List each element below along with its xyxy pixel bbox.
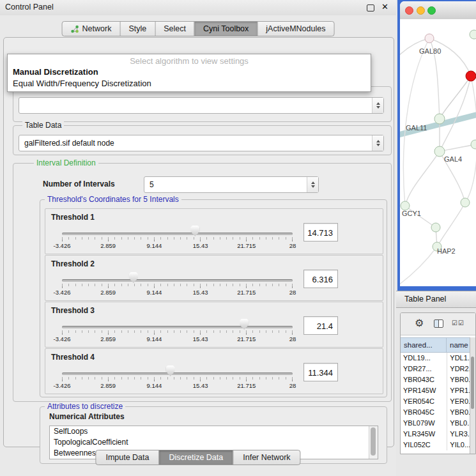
network-canvas[interactable]	[400, 19, 476, 286]
scale-label: 21.715	[237, 242, 256, 249]
threshold-4-label: Threshold 4	[51, 353, 95, 362]
threshold-3-value-field[interactable]: 21.4	[303, 316, 338, 335]
tab-impute-data[interactable]: Impute Data	[96, 450, 158, 464]
close-icon[interactable]: ✕	[381, 2, 388, 12]
cyni-toolbox-panel: Discretization Algorithm Table Data galF…	[3, 37, 394, 447]
node-label-gcy1[interactable]: GCY1	[402, 210, 421, 217]
scale-label: 28	[289, 382, 296, 389]
control-panel-window: Control Panel ✕ Network Style Select	[0, 0, 396, 476]
threshold-panel-1: Threshold 1 -3.426 2.859 9.144 15.43 21.…	[45, 208, 383, 254]
close-traffic-light-icon[interactable]	[405, 6, 413, 15]
scale-label: 9.144	[147, 242, 162, 249]
cell: YBL0...	[447, 418, 472, 429]
list-item[interactable]: SelfLoops	[50, 426, 378, 437]
number-of-intervals-stepper-icon[interactable]	[307, 177, 318, 192]
algorithm-popup-menu: Select algorithm to view settings Manual…	[7, 54, 371, 92]
table-row[interactable]: YDL19...YDL1...	[401, 353, 472, 364]
scale-label: -3.426	[54, 289, 71, 296]
table-panel-title: Table Panel	[404, 295, 446, 303]
table-row[interactable]: YIL052CYIL0...	[401, 440, 472, 450]
threshold-4-value-field[interactable]: 11.344	[303, 363, 338, 381]
list-scrollbar-thumb[interactable]	[371, 427, 376, 456]
network-window-titlebar	[400, 1, 476, 20]
table-scrollbar-thumb[interactable]	[471, 357, 474, 409]
list-item[interactable]: TopologicalCoefficient	[50, 437, 378, 448]
node-label-hap2[interactable]: HAP2	[437, 247, 456, 255]
cell: YDR2...	[447, 364, 472, 374]
zoom-traffic-light-icon[interactable]	[427, 6, 436, 15]
minimize-traffic-light-icon[interactable]	[417, 6, 425, 15]
threshold-panel-3: Threshold 3 -3.426 2.859 9.144 15.43 21.…	[45, 302, 383, 348]
table-data-select-stepper-icon[interactable]	[372, 135, 383, 151]
threshold-1-label: Threshold 1	[51, 213, 95, 222]
tab-style-label: Style	[128, 24, 146, 33]
list-scrollbar[interactable]	[369, 426, 378, 459]
cell: YBL079W	[401, 418, 447, 429]
algorithm-select-stepper-icon[interactable]	[372, 98, 383, 113]
threshold-1-value-field[interactable]: 14.713	[303, 223, 338, 242]
table-data-select[interactable]: galFiltered.sif default node	[19, 135, 384, 151]
table-row[interactable]: YBR043CYBR0...	[401, 374, 472, 385]
cell: YDR27...	[401, 364, 447, 374]
threshold-2-value-field[interactable]: 6.316	[303, 270, 338, 288]
number-of-intervals-spinner[interactable]: 5	[144, 176, 319, 193]
table-row[interactable]: YPR145WYPR1...	[401, 385, 472, 396]
cell: YIL0...	[447, 440, 472, 450]
float-window-icon[interactable]	[367, 4, 374, 12]
gear-icon[interactable]: ⚙	[415, 317, 424, 329]
interval-definition-legend: Interval Definition	[34, 158, 98, 167]
table-panel-header: Table Panel	[396, 291, 476, 308]
checkbox-icons[interactable]: ☑☑	[452, 319, 464, 326]
threshold-3-label: Threshold 3	[51, 306, 95, 315]
columns-icon[interactable]	[434, 319, 443, 328]
tab-discretize-data[interactable]: Discretize Data	[159, 450, 233, 464]
thresholds-legend: Threshold's Coordinates for 5 Intervals	[45, 195, 181, 204]
threshold-panel-2: Threshold 2 -3.426 2.859 9.144 15.43 21.…	[45, 255, 383, 301]
table-row[interactable]: YDR27...YDR2...	[401, 364, 472, 374]
tab-style[interactable]: Style	[119, 22, 155, 36]
cell: YBR043C	[401, 374, 447, 385]
scale-label: 15.43	[193, 289, 208, 296]
threshold-3-slider-track[interactable]	[62, 326, 293, 328]
cell: YDL1...	[447, 353, 472, 364]
top-tabbar: Network Style Select Cyni Toolbox jActiv…	[62, 21, 335, 36]
cell: YBR0...	[447, 407, 472, 418]
window-title: Control Panel	[5, 3, 54, 12]
scale-label: 2.859	[100, 382, 116, 389]
slider-minor-ticks	[62, 284, 293, 286]
popup-item-equal-width-frequency[interactable]: Equal Width/Frequency Discretization	[8, 78, 371, 89]
algorithm-select[interactable]	[19, 97, 384, 114]
node-label-gal4[interactable]: GAL4	[444, 155, 462, 163]
slider-minor-ticks	[62, 330, 293, 333]
number-of-intervals-label: Number of Intervals	[43, 180, 115, 188]
threshold-2-slider-track[interactable]	[62, 279, 293, 282]
table-data-legend: Table Data	[22, 121, 64, 130]
tab-network[interactable]: Network	[63, 22, 120, 36]
numerical-attributes-label: Numerical Attributes	[49, 412, 125, 421]
tab-infer-network[interactable]: Infer Network	[233, 450, 300, 464]
scale-label: 21.715	[237, 382, 256, 389]
threshold-1-slider-track[interactable]	[62, 233, 293, 235]
table-row[interactable]: YBL079WYBL0...	[401, 418, 472, 429]
popup-item-manual-discretization[interactable]: Manual Discretization	[8, 66, 371, 78]
table-row[interactable]: YLR345WYLR3...	[401, 429, 472, 440]
table-scrollbar[interactable]	[470, 337, 475, 454]
network-view-window[interactable]	[400, 1, 476, 286]
tab-select[interactable]: Select	[155, 22, 194, 36]
column-header-name[interactable]: name	[447, 337, 472, 353]
table-row[interactable]: YER054CYER0...	[401, 396, 472, 407]
tab-jactivemnodules[interactable]: jActiveMNodules	[257, 22, 334, 36]
popup-hint-item: Select algorithm to view settings	[8, 55, 371, 66]
tab-cyni-toolbox[interactable]: Cyni Toolbox	[194, 22, 257, 36]
tab-infer-network-label: Infer Network	[243, 453, 290, 462]
cell: YER054C	[401, 396, 447, 407]
scale-label: 2.859	[100, 289, 116, 296]
node-label-gal80[interactable]: GAL80	[419, 47, 441, 55]
scale-label: 21.715	[237, 289, 256, 296]
scale-label: -3.426	[54, 335, 71, 342]
column-header-shared-name[interactable]: shared...	[401, 337, 447, 353]
threshold-4-slider-track[interactable]	[62, 372, 293, 375]
number-of-intervals-value: 5	[144, 180, 307, 189]
node-label-gal11[interactable]: GAL11	[406, 124, 427, 132]
table-row[interactable]: YBR045CYBR0...	[401, 407, 472, 418]
